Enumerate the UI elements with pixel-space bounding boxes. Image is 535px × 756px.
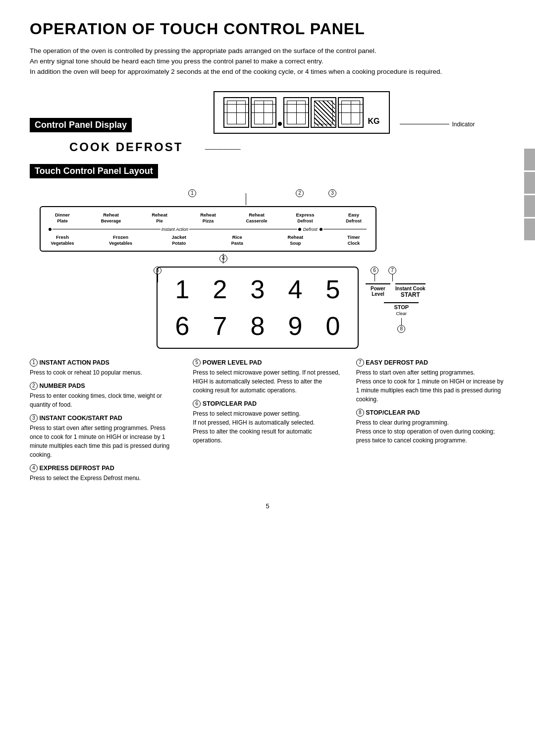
panel-row1: DinnerPlate ReheatBeverage ReheatPie Reh… <box>49 212 368 224</box>
callout-4: 4 <box>219 255 227 263</box>
num-1[interactable]: 1 <box>167 274 197 304</box>
desc-2: 2 NUMBER PADS Press to enter cooking tim… <box>30 382 179 409</box>
power-level-btn[interactable]: Power Level <box>366 283 390 298</box>
desc-6-title: 6 STOP/CLEAR PAD <box>193 400 342 408</box>
diagram-wrapper: 1 2 3 DinnerPlate ReheatBeverage ReheatP… <box>30 189 505 349</box>
num-7[interactable]: 7 <box>205 311 235 341</box>
descriptions-grid: 1 INSTANT ACTION PADS Press to cook or r… <box>30 359 505 487</box>
dot-mid <box>298 228 301 231</box>
btn-reheat-pie[interactable]: ReheatPie <box>146 212 173 224</box>
num-5[interactable]: 5 <box>318 274 348 304</box>
btn-dinner-plate[interactable]: DinnerPlate <box>49 212 76 224</box>
desc-6: 6 STOP/CLEAR PAD Press to select microwa… <box>193 400 342 445</box>
circ-3: 3 <box>30 414 38 422</box>
desc-3-body: Press to start oven after setting progra… <box>30 424 179 459</box>
line-8 <box>401 318 402 325</box>
btn-timer-clock[interactable]: TimerClock <box>340 234 368 247</box>
num-0[interactable]: 0 <box>318 311 348 341</box>
intro-p3: In addition the oven will beep for appro… <box>30 67 505 77</box>
desc-6-body: Press to select microwave power setting.… <box>193 409 342 445</box>
section1-header: Control Panel Display <box>30 118 132 132</box>
start-label: START <box>401 291 420 298</box>
desc-4: 4 EXPRESS DEFROST PAD Press to select th… <box>30 464 179 483</box>
intro-p2: An entry signal tone should be heard eac… <box>30 56 505 67</box>
circ-7: 7 <box>356 359 364 367</box>
intro-text: The operation of the oven is controlled … <box>30 46 505 77</box>
sidebar-block-2 <box>524 172 535 194</box>
desc-5-title-text: POWER LEVEL PAD <box>203 359 262 366</box>
num-3[interactable]: 3 <box>243 274 272 304</box>
cook-defrost-label: COOK DEFROST <box>69 140 183 154</box>
callouts-6-7: 6 7 <box>371 267 426 281</box>
stop-clear-btn[interactable]: STOP Clear <box>384 302 419 316</box>
right-buttons-area: 6 7 Power Level Instant Cook <box>366 267 426 333</box>
btn-frozen-veg[interactable]: FrozenVegetables <box>107 234 135 247</box>
numpad-box: 1 2 3 4 5 6 7 8 9 0 <box>157 267 359 349</box>
callout-8-area: 8 <box>397 318 405 333</box>
sidebar-block-1 <box>524 149 535 170</box>
num-6[interactable]: 6 <box>167 311 197 341</box>
power-label: Power <box>371 286 385 291</box>
power-sub: Level <box>372 291 384 297</box>
instant-action-label: Instant Action <box>161 227 188 232</box>
desc-7-title: 7 EASY DEFROST PAD <box>356 359 505 367</box>
defrost-label: Defrost <box>303 227 318 232</box>
touch-control-panel-section: Touch Control Panel Layout 1 2 3 DinnerP… <box>30 164 505 349</box>
page-title: OPERATION OF TOUCH CONTROL PANEL <box>30 20 505 38</box>
desc-col3: 7 EASY DEFROST PAD Press to start oven a… <box>356 359 505 487</box>
btn-jacket-potato[interactable]: JacketPotato <box>165 234 193 247</box>
line-1 <box>246 193 246 205</box>
desc-7-body: Press to start oven after setting progra… <box>356 368 505 404</box>
desc-col2: 5 POWER LEVEL PAD Press to select microw… <box>193 359 342 487</box>
desc-8-title-text: STOP/CLEAR PAD <box>366 409 420 416</box>
btn-easy-defrost[interactable]: EasyDefrost <box>340 212 368 224</box>
sidebar-block-3 <box>524 195 535 217</box>
desc-8: 8 STOP/CLEAR PAD Press to clear during p… <box>356 409 505 445</box>
desc-8-body: Press to clear during programming.Press … <box>356 418 505 445</box>
callout-2: 2 <box>296 189 304 197</box>
sidebar-block-4 <box>524 218 535 240</box>
btn-express-defrost[interactable]: ExpressDefrost <box>291 212 319 224</box>
numpad-row1: 1 2 3 4 5 <box>167 274 348 304</box>
circ-2: 2 <box>30 382 38 390</box>
num-9[interactable]: 9 <box>280 311 310 341</box>
kg-label: KG <box>368 117 380 128</box>
btn-reheat-casserole[interactable]: ReheatCasserole <box>243 212 270 224</box>
desc-1-title: 1 INSTANT ACTION PADS <box>30 359 179 367</box>
line-mid <box>189 229 297 229</box>
num-4[interactable]: 4 <box>280 274 310 304</box>
instant-cook-btn[interactable]: Instant Cook START <box>395 283 426 298</box>
desc-1-body: Press to cook or reheat 10 popular menus… <box>30 368 179 377</box>
circ-5: 5 <box>193 359 201 367</box>
callout-1: 1 <box>188 189 196 197</box>
btn-reheat-soup[interactable]: ReheatSoup <box>281 234 309 247</box>
lcd-digit-3 <box>283 97 309 128</box>
dot-right <box>320 228 322 231</box>
btn-reheat-pizza[interactable]: ReheatPizza <box>194 212 222 224</box>
cook-defrost-area: COOK DEFROST —————— <box>69 140 505 154</box>
lcd-digit-5 <box>338 97 364 128</box>
circ-4: 4 <box>30 464 38 472</box>
btn-reheat-beverage[interactable]: ReheatBeverage <box>97 212 125 224</box>
num-2[interactable]: 2 <box>205 274 235 304</box>
dot-left <box>49 228 52 231</box>
indicator-label: Indicator <box>452 121 475 128</box>
btn-fresh-veg[interactable]: FreshVegetables <box>49 234 76 247</box>
line-instant-action <box>53 229 160 229</box>
circ-8: 8 <box>356 409 364 417</box>
lcd-display-area: KG Indicator <box>174 91 475 134</box>
clear-label: Clear <box>396 311 407 316</box>
stop-area: STOP Clear 8 <box>377 302 426 333</box>
desc-1: 1 INSTANT ACTION PADS Press to cook or r… <box>30 359 179 377</box>
circ-6: 6 <box>193 400 201 408</box>
desc-4-body: Press to select the Express Defrost menu… <box>30 474 179 483</box>
desc-3-title: 3 INSTANT COOK/START PAD <box>30 414 179 422</box>
top-callouts: 1 2 3 <box>159 189 505 205</box>
line-7 <box>392 274 393 281</box>
panel-row2: FreshVegetables FrozenVegetables JacketP… <box>49 234 368 247</box>
circ-1a: 1 <box>30 359 38 367</box>
num-8[interactable]: 8 <box>243 311 272 341</box>
btn-rice-pasta[interactable]: RicePasta <box>223 234 251 247</box>
intro-p1: The operation of the oven is controlled … <box>30 46 505 56</box>
panel-divider: Instant Action Defrost <box>49 227 368 232</box>
